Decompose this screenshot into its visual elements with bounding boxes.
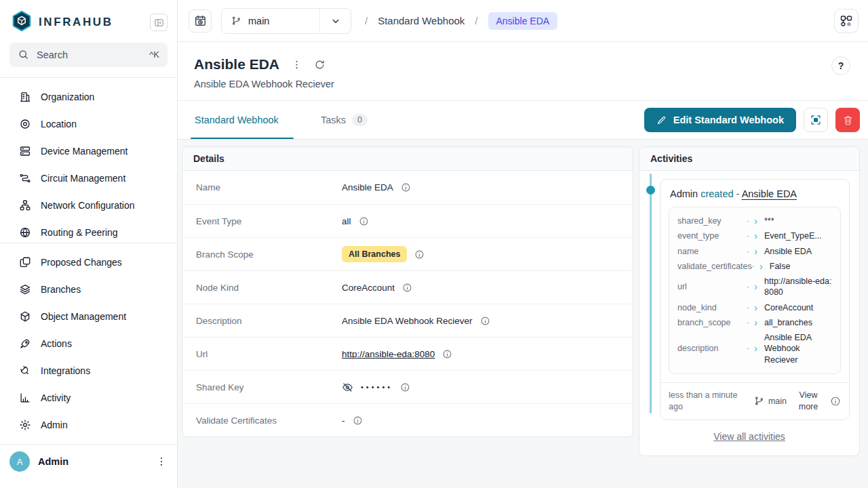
content-area: Details NameAnsible EDAEvent TypeallBran… [178,140,868,488]
detail-label: Validate Certificates [196,415,342,426]
main-area: main / Standard Webhook / Ansible EDA An… [178,0,868,488]
info-icon[interactable] [400,382,410,392]
collapse-sidebar-button[interactable] [150,14,167,31]
tab-tasks[interactable]: Tasks 0 [321,101,382,139]
timeline-line [650,174,652,413]
export-object-button[interactable] [804,108,828,132]
tab-standard-webhook[interactable]: Standard Webhook [195,101,294,139]
branch-selector-toggle[interactable] [319,9,351,33]
date-picker-button[interactable] [189,9,212,33]
property-change-indicator: -› [747,343,764,354]
tabs-row: Standard Webhook Tasks 0 Edit Standard W… [178,101,868,140]
git-branch-icon [754,396,764,406]
branch-selector-value[interactable]: main [222,9,319,33]
search-input[interactable]: Search ^K [9,43,167,67]
user-menu-kebab-icon[interactable] [155,455,167,468]
info-icon[interactable] [353,415,363,426]
info-icon[interactable] [830,396,841,407]
sidebar-item-activity[interactable]: Activity [0,384,177,411]
schema-visualizer-button[interactable] [834,9,859,33]
diff-icon [19,256,31,268]
url-link[interactable]: http://ansible-eda:8080 [342,349,435,359]
breadcrumb-item-current[interactable]: Ansible EDA [488,12,558,30]
app-title: INFRAHUB [39,16,113,29]
breadcrumb-separator: / [365,15,368,26]
detail-text: Ansible EDA [342,182,393,192]
sidebar-item-label: Proposed Changes [41,257,122,268]
sidebar-item-organization[interactable]: Organization [0,83,177,110]
sidebar: INFRAHUB Search ^K OrganizationLocationD… [0,0,178,488]
title-kebab-icon[interactable] [291,59,302,70]
timeline-dot [646,186,655,195]
sidebar-item-location[interactable]: Location [0,110,177,138]
activity-property-validate-certificates: validate_certificates-›False [677,259,832,274]
info-icon[interactable] [401,182,411,192]
git-branch-icon [231,16,241,26]
property-change-indicator: -› [752,261,770,272]
refresh-icon[interactable] [314,59,326,70]
info-icon[interactable] [402,283,412,293]
info-icon[interactable] [442,349,452,359]
previous-value-dash: - [747,302,749,313]
branch-selector[interactable]: main [221,8,351,34]
detail-label: Shared Key [196,382,342,392]
detail-value: all [342,216,369,226]
branch-scope-badge: All Branches [342,246,407,262]
sidebar-item-actions[interactable]: Actions [0,330,177,357]
sidebar-item-object-management[interactable]: Object Management [0,303,177,330]
detail-value: Ansible EDA [342,182,411,192]
sidebar-item-admin[interactable]: Admin [0,411,177,439]
sidebar-item-integrations[interactable]: Integrations [0,357,177,384]
page-subtitle: Ansible EDA Webhook Reciever [194,79,852,89]
sidebar-item-device-management[interactable]: Device Management [0,138,177,165]
breadcrumb: / Standard Webhook / Ansible EDA [365,12,557,30]
sidebar-item-label: Circuit Management [41,173,125,184]
search-placeholder: Search [37,49,142,60]
sidebar-item-proposed-changes[interactable]: Proposed Changes [0,249,177,276]
user-name: Admin [38,456,147,467]
property-key: validate_certificates [677,261,752,272]
sidebar-item-routing-peering[interactable]: Routing & Peering [0,219,177,243]
activity-object-link[interactable]: Ansible EDA [742,188,797,199]
plug-icon [19,365,31,377]
pencil-icon [656,115,667,125]
property-key: node_kind [677,302,747,313]
delete-button[interactable] [835,108,860,132]
sidebar-item-circuit-management[interactable]: Circuit Management [0,165,177,192]
activity-branch-name: main [768,396,787,406]
sidebar-item-label: Network Configuration [41,200,135,211]
activity-property-event-type: event_type-›Event_TypeE... [677,228,832,243]
tabs: Standard Webhook Tasks 0 [195,101,382,139]
activity-property-name: name-›Ansible EDA [677,244,832,259]
eye-off-icon[interactable] [342,382,353,393]
edit-standard-webhook-button[interactable]: Edit Standard Webhook [644,108,796,132]
sidebar-item-label: Admin [41,420,68,430]
chevron-down-icon [330,15,342,27]
chevron-right-icon: › [754,303,757,312]
info-icon[interactable] [359,216,369,226]
sidebar-item-network-configuration[interactable]: Network Configuration [0,192,177,219]
view-more-link[interactable]: View more [793,390,823,412]
user-row: A Admin [0,444,177,488]
previous-value-dash: - [747,343,749,354]
info-icon[interactable] [414,249,425,260]
property-key: event_type [677,230,747,241]
sidebar-item-branches[interactable]: Branches [0,276,177,303]
details-card: Details NameAnsible EDAEvent TypeallBran… [182,146,633,437]
page-title: Ansible EDA [194,56,279,73]
help-button[interactable]: ? [831,56,850,75]
chevron-right-icon: › [760,262,763,271]
infrahub-logo[interactable]: INFRAHUB [11,10,113,35]
info-icon[interactable] [480,316,490,326]
detail-row-shared-key: Shared Key•••••• [182,370,633,403]
breadcrumb-item-standard-webhook[interactable]: Standard Webhook [378,15,465,26]
detail-label: Url [196,349,342,359]
detail-label: Event Type [196,216,342,226]
property-change-indicator: -› [747,216,764,226]
view-all-activities-link[interactable]: View all activities [713,431,785,442]
detail-row-url: Urlhttp://ansible-eda:8080 [182,337,633,370]
property-key: shared_key [677,216,747,226]
search-icon [18,49,29,60]
layers-icon [19,283,31,296]
property-value: *** [764,216,832,226]
